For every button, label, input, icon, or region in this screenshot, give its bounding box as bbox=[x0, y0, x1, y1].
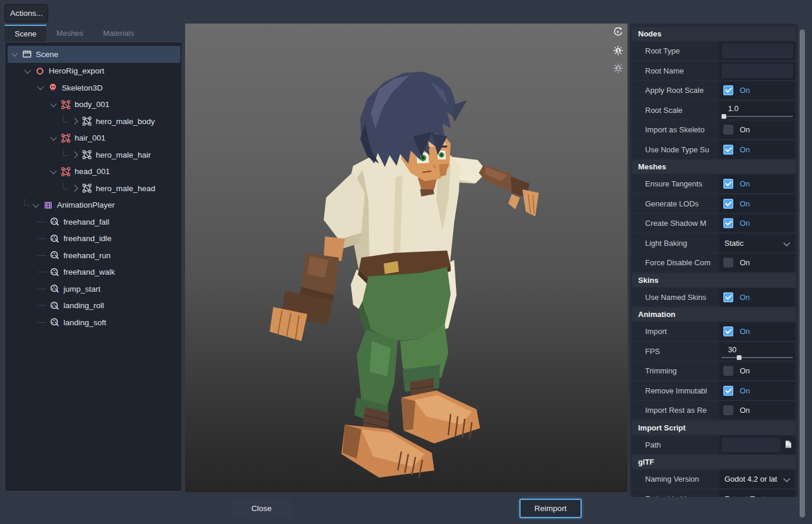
property-row-generate-lods: Generate LODsOn bbox=[632, 195, 796, 213]
tree-item-freehand-walk[interactable]: freehand_walk bbox=[8, 264, 180, 281]
tree-item-herorig-export[interactable]: HeroRig_export bbox=[8, 63, 180, 80]
chevron-down-icon[interactable] bbox=[11, 50, 18, 56]
inspector-scrollbar[interactable] bbox=[798, 25, 806, 522]
tree-item-jump-start[interactable]: jump_start bbox=[8, 281, 180, 298]
actions-menu-button[interactable]: Actions... bbox=[5, 4, 48, 22]
tree-item-landing-soft[interactable]: landing_soft bbox=[8, 314, 180, 331]
property-value: On bbox=[719, 214, 796, 232]
3d-preview-viewport[interactable]: 12 bbox=[185, 24, 628, 492]
tree-item-animationplayer[interactable]: AnimationPlayer bbox=[8, 197, 180, 214]
property-label: Use Node Type Su bbox=[632, 141, 719, 159]
chevron-down-icon[interactable] bbox=[783, 475, 790, 482]
property-row-import-as-skeleto: Import as SkeletoOn bbox=[632, 121, 796, 139]
tree-item-label: landing_roll bbox=[63, 301, 104, 310]
section-header-nodes: Nodes bbox=[632, 27, 796, 41]
import-settings-panel: NodesRoot TypeRoot NameApply Root ScaleO… bbox=[630, 24, 798, 497]
tree-item-hair-001[interactable]: hair_001 bbox=[8, 130, 180, 147]
section-header-import-script: Import Script bbox=[632, 421, 796, 435]
importer-mesh-icon bbox=[61, 133, 71, 143]
slider-grabber[interactable] bbox=[737, 355, 741, 360]
naming-version-dropdown[interactable]: Godot 4.2 or lat bbox=[724, 475, 777, 483]
tab-scene[interactable]: Scene bbox=[5, 25, 46, 42]
chevron-down-icon[interactable] bbox=[37, 84, 43, 90]
chevron-down-icon[interactable] bbox=[783, 239, 790, 246]
remove-immutabl-checkbox[interactable] bbox=[723, 386, 733, 396]
checkbox-state-label: On bbox=[740, 179, 750, 188]
checkbox-state-label: On bbox=[740, 199, 750, 208]
use-named-skins-checkbox[interactable] bbox=[723, 292, 733, 302]
property-label: Naming Version bbox=[632, 470, 719, 488]
slider-grabber[interactable] bbox=[722, 114, 726, 119]
trimming-checkbox[interactable] bbox=[723, 366, 733, 376]
property-value bbox=[719, 62, 796, 80]
tree-item-scene[interactable]: Scene bbox=[8, 46, 180, 63]
property-value: On bbox=[719, 195, 796, 213]
rotate-preview-button[interactable] bbox=[613, 26, 623, 37]
character-hanging-arm bbox=[270, 172, 365, 341]
property-row-root-name: Root Name bbox=[632, 62, 796, 80]
root-scale-value[interactable]: 1.0 bbox=[728, 104, 739, 113]
tree-guide-elbow bbox=[63, 115, 69, 122]
close-button[interactable]: Close bbox=[231, 499, 292, 518]
checkbox-state-label: On bbox=[740, 293, 750, 302]
ensure-tangents-checkbox[interactable] bbox=[723, 179, 733, 189]
mesh-icon bbox=[82, 116, 92, 126]
property-label: Force Disable Com bbox=[632, 253, 719, 272]
property-label: Import as Skeleto bbox=[632, 121, 719, 139]
import-checkbox[interactable] bbox=[723, 326, 733, 336]
tree-item-skeleton3d[interactable]: Skeleton3D bbox=[8, 79, 180, 96]
property-label: Root Type bbox=[632, 42, 719, 60]
property-value: 1.0 bbox=[719, 101, 796, 119]
tree-item-head-001[interactable]: head_001 bbox=[8, 163, 180, 181]
preview-light-1-button[interactable]: 1 bbox=[613, 45, 623, 56]
chevron-down-icon[interactable] bbox=[50, 101, 56, 107]
reimport-button[interactable]: Reimport bbox=[519, 499, 582, 518]
tree-item-freehand-fall[interactable]: freehand_fall bbox=[8, 213, 180, 231]
chevron-right-icon[interactable] bbox=[71, 118, 78, 125]
light-baking-dropdown[interactable]: Static bbox=[724, 239, 744, 248]
fps-slider[interactable] bbox=[722, 357, 793, 358]
import-rest-as-re-checkbox[interactable] bbox=[723, 405, 733, 415]
chevron-down-icon[interactable] bbox=[50, 134, 56, 141]
tree-item-freehand-idle[interactable]: freehand_idle bbox=[8, 231, 180, 248]
property-value: On bbox=[719, 322, 796, 341]
generate-lods-checkbox[interactable] bbox=[723, 199, 733, 209]
chevron-right-icon[interactable] bbox=[71, 185, 78, 192]
chevron-down-icon[interactable] bbox=[32, 201, 39, 208]
tree-item-label: freehand_idle bbox=[63, 234, 112, 243]
root-scale-slider[interactable] bbox=[722, 116, 793, 117]
tree-item-body-001[interactable]: body_001 bbox=[8, 96, 180, 114]
scrollbar-thumb[interactable] bbox=[800, 29, 805, 518]
path-field[interactable] bbox=[722, 438, 780, 452]
apply-root-scale-checkbox[interactable] bbox=[723, 85, 733, 95]
tree-item-landing-roll[interactable]: landing_roll bbox=[8, 298, 180, 315]
root-type-field[interactable] bbox=[722, 44, 793, 58]
checkbox-state-label: On bbox=[740, 125, 750, 134]
root-name-field[interactable] bbox=[722, 64, 793, 78]
tree-guide-line bbox=[37, 238, 46, 239]
chevron-down-icon[interactable] bbox=[24, 67, 31, 74]
tree-item-hero-male-hair[interactable]: hero_male_hair bbox=[8, 146, 180, 163]
embedded-image-dropdown[interactable]: Extract Textures bbox=[724, 495, 779, 498]
import-as-skeleto-checkbox[interactable] bbox=[723, 125, 733, 135]
animation-icon bbox=[49, 268, 59, 277]
use-node-type-su-checkbox[interactable] bbox=[723, 145, 733, 155]
file-icon[interactable] bbox=[784, 440, 793, 451]
tree-item-freehand-run[interactable]: freehand_run bbox=[8, 247, 180, 264]
tree-item-label: hero_male_hair bbox=[96, 151, 151, 159]
tree-item-hero-male-head[interactable]: hero_male_head bbox=[8, 180, 180, 197]
tab-meshes[interactable]: Meshes bbox=[46, 25, 93, 42]
tree-guide-elbow bbox=[24, 199, 30, 206]
chevron-down-icon[interactable] bbox=[50, 168, 56, 174]
tab-materials[interactable]: Materials bbox=[93, 25, 144, 42]
chevron-right-icon[interactable] bbox=[71, 152, 78, 158]
preview-light-2-button[interactable]: 2 bbox=[613, 63, 623, 74]
chevron-down-icon[interactable] bbox=[783, 495, 790, 497]
property-label: Root Name bbox=[632, 62, 719, 80]
tree-item-hero-male-body[interactable]: hero_male_body bbox=[8, 113, 180, 130]
property-value: Godot 4.2 or lat bbox=[719, 470, 796, 488]
fps-value[interactable]: 30 bbox=[728, 345, 736, 354]
create-shadow-m-checkbox[interactable] bbox=[723, 218, 733, 228]
property-row-remove-immutabl: Remove ImmutablOn bbox=[632, 382, 796, 400]
force-disable-com-checkbox[interactable] bbox=[723, 258, 733, 268]
